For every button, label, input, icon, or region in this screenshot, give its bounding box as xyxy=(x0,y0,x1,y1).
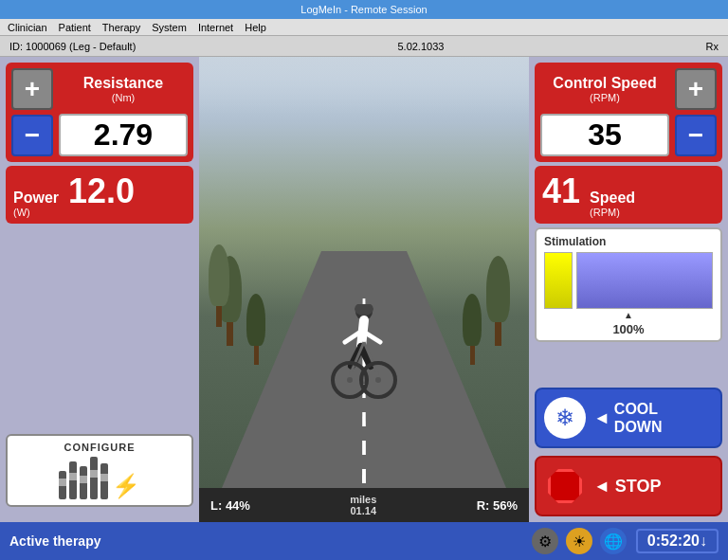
lightning-icon: ⚡ xyxy=(112,473,140,499)
menu-system[interactable]: System xyxy=(152,22,187,33)
left-panel: + Resistance (Nm) − 2.79 Power (W) 12.0 … xyxy=(0,57,199,522)
resistance-header: + Resistance (Nm) xyxy=(11,68,188,110)
resistance-label: Resistance (Nm) xyxy=(59,75,188,103)
cool-down-arrow: ◄ xyxy=(593,408,610,428)
slider-4 xyxy=(90,457,98,499)
svg-point-12 xyxy=(347,377,353,383)
stimulation-percent: 100% xyxy=(540,322,717,336)
cyclist xyxy=(331,304,397,412)
resistance-value-row: − 2.79 xyxy=(11,114,188,156)
resistance-section: + Resistance (Nm) − 2.79 xyxy=(6,63,193,162)
tree-left-3 xyxy=(209,244,229,327)
bottom-icons: ⚙ ☀ 🌐 xyxy=(532,528,627,554)
stimulation-blue-bar xyxy=(576,252,713,309)
cool-down-button[interactable]: ❄ ◄ COOLDOWN xyxy=(535,388,722,448)
globe-icon[interactable]: 🌐 xyxy=(600,528,627,554)
bottom-bar: Active therapy ⚙ ☀ 🌐 0:52:20↓ xyxy=(0,522,728,560)
actual-speed-value: 41 xyxy=(542,172,580,211)
speed-plus-button[interactable]: + xyxy=(675,68,717,110)
control-speed-value: 35 xyxy=(540,114,669,156)
menu-bar: Clinician Patient Therapy System Interne… xyxy=(0,19,728,36)
menu-help[interactable]: Help xyxy=(245,22,266,33)
title-text: LogMeIn - Remote Session xyxy=(300,4,427,15)
stimulation-label: Stimulation xyxy=(540,233,717,250)
triangle-marker: ▲ xyxy=(540,311,717,320)
game-viewport xyxy=(199,57,529,488)
menu-clinician[interactable]: Clinician xyxy=(8,22,47,33)
stats-center: miles 01.14 xyxy=(350,494,376,516)
menu-patient[interactable]: Patient xyxy=(59,22,91,33)
cool-down-label: COOLDOWN xyxy=(614,400,663,436)
main-container: + Resistance (Nm) − 2.79 Power (W) 12.0 … xyxy=(0,57,728,522)
speed-minus-button[interactable]: − xyxy=(675,115,717,156)
configure-icons: ⚡ xyxy=(59,457,140,499)
info-bar: ID: 1000069 (Leg - Default) 5.02.1033 Rx xyxy=(0,36,728,57)
session-id: ID: 1000069 (Leg - Default) xyxy=(9,41,136,52)
slider-2 xyxy=(69,461,77,499)
control-speed-label: Control Speed (RPM) xyxy=(540,75,669,103)
stop-octagon xyxy=(548,469,582,503)
title-bar: LogMeIn - Remote Session xyxy=(0,0,728,19)
power-label: Power (W) xyxy=(13,190,59,218)
miles-label: miles xyxy=(350,494,376,505)
rx-label: Rx xyxy=(706,41,719,52)
active-therapy-label: Active therapy xyxy=(9,533,522,549)
stop-button[interactable]: ◄ STOP xyxy=(535,456,722,516)
configure-title: CONFIGURE xyxy=(64,442,136,453)
tree-right-1 xyxy=(486,256,510,346)
tree-left-2 xyxy=(246,294,265,365)
snowflake-icon: ❄ xyxy=(544,397,586,439)
tree-right-2 xyxy=(463,294,482,365)
right-percent: R: 56% xyxy=(477,498,518,513)
power-value: 12.0 xyxy=(68,172,135,211)
resistance-value: 2.79 xyxy=(59,114,188,156)
miles-value: 01.14 xyxy=(351,505,377,516)
version-number: 5.02.1033 xyxy=(397,41,444,52)
slider-1 xyxy=(59,471,66,499)
stimulation-yellow-bar xyxy=(544,252,573,309)
settings-icon[interactable]: ⚙ xyxy=(532,528,558,554)
stats-bar: L: 44% miles 01.14 R: 56% xyxy=(199,488,529,522)
power-section: Power (W) 12.0 xyxy=(6,166,193,224)
stimulation-box: Stimulation ▲ 100% xyxy=(535,227,722,342)
resistance-plus-button[interactable]: + xyxy=(11,68,53,110)
center-panel: L: 44% miles 01.14 R: 56% xyxy=(199,57,529,522)
right-panel: Control Speed (RPM) + 35 − 41 Speed (RPM… xyxy=(529,57,728,522)
actual-speed-section: 41 Speed (RPM) xyxy=(535,166,722,224)
configure-box[interactable]: CONFIGURE xyxy=(6,434,193,507)
stop-icon xyxy=(544,465,586,507)
timer-display: 0:52:20↓ xyxy=(636,529,719,553)
svg-point-13 xyxy=(375,377,381,383)
sun-icon[interactable]: ☀ xyxy=(566,528,592,554)
control-speed-section: Control Speed (RPM) + 35 − xyxy=(535,63,722,162)
menu-internet[interactable]: Internet xyxy=(198,22,233,33)
slider-5 xyxy=(100,463,108,499)
slider-3 xyxy=(80,466,87,499)
stop-label: ◄ STOP xyxy=(593,477,662,497)
actual-speed-label: Speed (RPM) xyxy=(590,190,635,218)
stimulation-bars xyxy=(540,252,717,309)
control-speed-header: Control Speed (RPM) + xyxy=(540,68,717,110)
left-percent: L: 44% xyxy=(210,498,250,513)
resistance-minus-button[interactable]: − xyxy=(11,115,53,156)
menu-therapy[interactable]: Therapy xyxy=(102,22,140,33)
speed-value-row: 35 − xyxy=(540,114,717,156)
